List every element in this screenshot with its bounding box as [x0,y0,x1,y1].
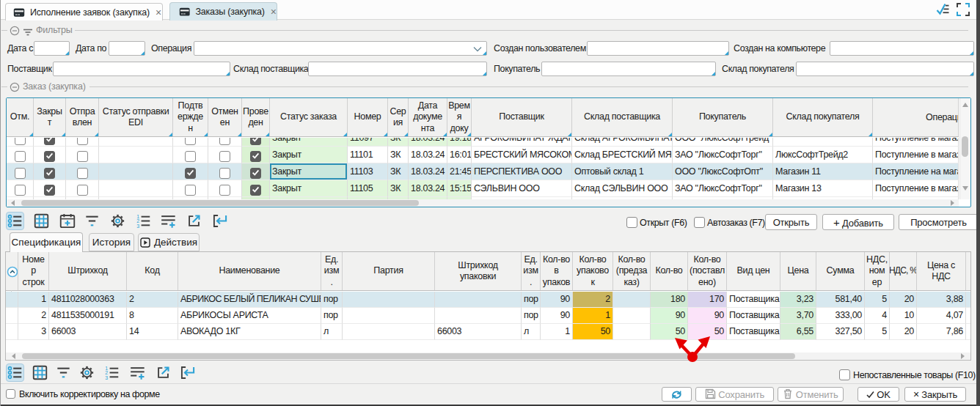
svg-text:3: 3 [136,224,139,229]
svg-text:3: 3 [105,375,108,380]
